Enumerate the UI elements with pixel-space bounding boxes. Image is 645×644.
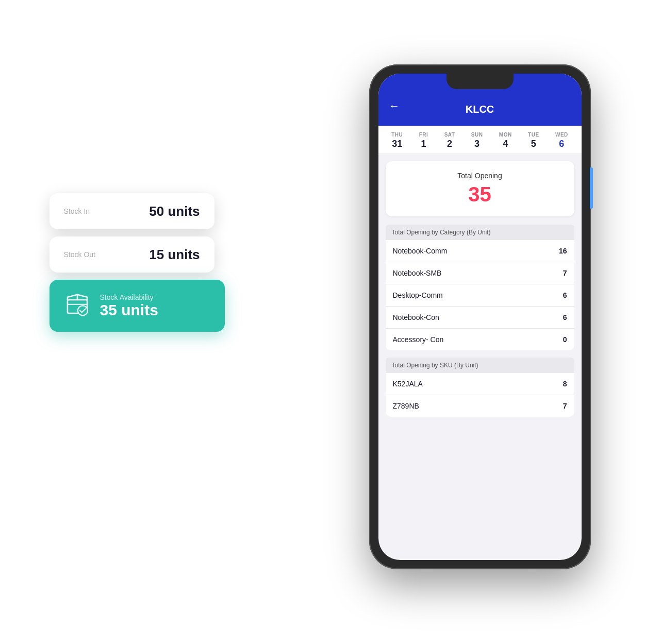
- phone-screen: ← KLCC THU 31 FRI 1 SAT 2 SUN: [378, 74, 582, 560]
- cal-day-sun[interactable]: SUN 3: [471, 132, 483, 149]
- list-item: Notebook-Con 6: [386, 307, 574, 329]
- cal-day-tue[interactable]: TUE 5: [528, 132, 539, 149]
- svg-point-3: [77, 306, 87, 315]
- phone-frame: ← KLCC THU 31 FRI 1 SAT 2 SUN: [369, 64, 591, 569]
- list-item: Accessory- Con 0: [386, 329, 574, 350]
- total-opening-card: Total Opening 35: [386, 161, 574, 216]
- list-item: Z789NB 7: [386, 395, 574, 417]
- list-item: Notebook-Comm 16: [386, 240, 574, 262]
- box-check-icon: [64, 290, 91, 321]
- cal-day-wed[interactable]: WED 6: [555, 132, 568, 149]
- phone-notch: [446, 74, 514, 89]
- phone-side-button: [590, 167, 593, 209]
- list-item: Notebook-SMB 7: [386, 262, 574, 284]
- cal-day-mon[interactable]: MON 4: [499, 132, 512, 149]
- stock-in-label: Stock In: [64, 207, 90, 215]
- stock-availability-card: Stock Availability 35 units: [49, 280, 225, 332]
- cal-day-sat[interactable]: SAT 2: [444, 132, 455, 149]
- page-title: KLCC: [466, 104, 494, 115]
- stock-availability-text: Stock Availability 35 units: [100, 293, 158, 318]
- sku-list: K52JALA 8 Z789NB 7: [386, 373, 574, 417]
- total-opening-label: Total Opening: [396, 172, 564, 180]
- stock-availability-value: 35 units: [100, 301, 158, 318]
- back-button[interactable]: ←: [389, 99, 400, 113]
- cal-day-thu[interactable]: THU 31: [391, 132, 403, 149]
- stock-out-value: 15 units: [149, 247, 200, 263]
- list-item: Desktop-Comm 6: [386, 284, 574, 307]
- sku-section-header: Total Opening by SKU (By Unit): [386, 358, 574, 373]
- stock-in-value: 50 units: [149, 204, 200, 219]
- cal-day-fri[interactable]: FRI 1: [419, 132, 428, 149]
- floating-cards-container: Stock In 50 units Stock Out 15 units: [49, 193, 225, 332]
- stock-out-label: Stock Out: [64, 250, 95, 259]
- stock-out-card: Stock Out 15 units: [49, 236, 214, 273]
- app-content: Total Opening 35 Total Opening by Catego…: [378, 154, 582, 558]
- list-item: K52JALA 8: [386, 373, 574, 395]
- stock-in-card: Stock In 50 units: [49, 193, 214, 229]
- total-opening-value: 35: [396, 183, 564, 206]
- category-section-header: Total Opening by Category (By Unit): [386, 225, 574, 240]
- calendar-row: THU 31 FRI 1 SAT 2 SUN 3 MON 4: [378, 126, 582, 154]
- stock-availability-label: Stock Availability: [100, 293, 158, 301]
- category-list: Notebook-Comm 16 Notebook-SMB 7 Desktop-…: [386, 240, 574, 350]
